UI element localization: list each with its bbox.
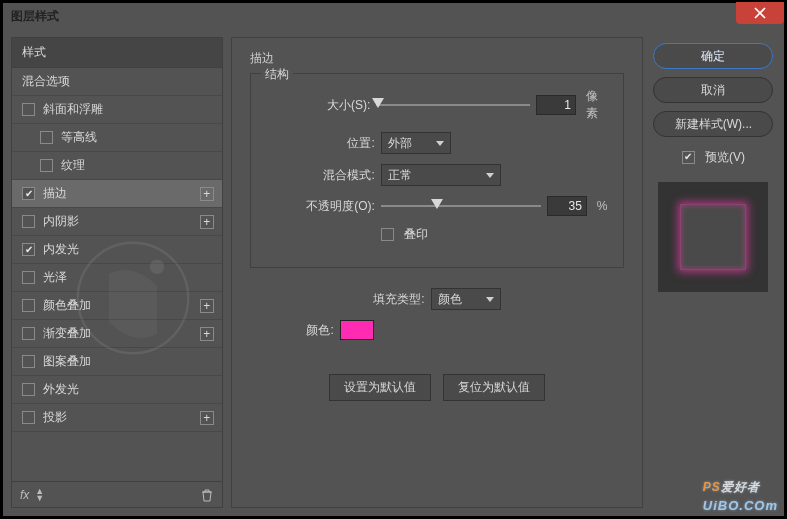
size-input[interactable] bbox=[536, 95, 576, 115]
style-label: 纹理 bbox=[61, 157, 212, 174]
style-row[interactable]: 等高线 bbox=[12, 124, 222, 152]
style-checkbox[interactable] bbox=[22, 327, 35, 340]
structure-legend: 结构 bbox=[261, 66, 293, 83]
style-checkbox[interactable] bbox=[22, 215, 35, 228]
style-checkbox[interactable] bbox=[22, 355, 35, 368]
cancel-button[interactable]: 取消 bbox=[653, 77, 773, 103]
style-row[interactable]: 图案叠加 bbox=[12, 348, 222, 376]
position-label: 位置: bbox=[265, 135, 375, 152]
blend-mode-select[interactable]: 正常 bbox=[381, 164, 501, 186]
style-checkbox[interactable] bbox=[22, 103, 35, 116]
settings-panel: 描边 结构 大小(S): 像素 位置: 外部 bbox=[231, 37, 643, 508]
overprint-checkbox[interactable] bbox=[381, 228, 394, 241]
style-label: 投影 bbox=[43, 409, 212, 426]
add-effect-icon[interactable]: + bbox=[200, 215, 214, 229]
section-title: 描边 bbox=[250, 50, 624, 67]
position-value: 外部 bbox=[388, 135, 412, 152]
opacity-unit: % bbox=[597, 199, 608, 213]
close-button[interactable] bbox=[736, 2, 784, 24]
add-effect-icon[interactable]: + bbox=[200, 187, 214, 201]
titlebar: 图层样式 bbox=[3, 3, 784, 29]
styles-list-panel: 样式 混合选项 斜面和浮雕等高线纹理描边+内阴影+内发光光泽颜色叠加+渐变叠加+… bbox=[11, 37, 223, 508]
style-label: 等高线 bbox=[61, 129, 212, 146]
style-label: 外发光 bbox=[43, 381, 212, 398]
right-panel: 确定 取消 新建样式(W)... ✔ 预览(V) bbox=[651, 37, 776, 508]
style-label: 斜面和浮雕 bbox=[43, 101, 212, 118]
style-label: 内发光 bbox=[43, 241, 212, 258]
position-select[interactable]: 外部 bbox=[381, 132, 451, 154]
style-row[interactable]: 内阴影+ bbox=[12, 208, 222, 236]
fill-type-select[interactable]: 颜色 bbox=[431, 288, 501, 310]
size-slider[interactable] bbox=[376, 97, 529, 113]
blend-mode-value: 正常 bbox=[388, 167, 412, 184]
fill-group: 填充类型: 颜色 颜色: bbox=[250, 284, 624, 354]
overprint-label: 叠印 bbox=[404, 226, 428, 243]
add-effect-icon[interactable]: + bbox=[200, 299, 214, 313]
add-effect-icon[interactable]: + bbox=[200, 411, 214, 425]
opacity-slider[interactable] bbox=[381, 198, 541, 214]
opacity-input[interactable] bbox=[547, 196, 587, 216]
blend-mode-label: 混合模式: bbox=[265, 167, 375, 184]
size-unit: 像素 bbox=[586, 88, 609, 122]
trash-icon[interactable] bbox=[200, 488, 214, 502]
new-style-button[interactable]: 新建样式(W)... bbox=[653, 111, 773, 137]
style-checkbox[interactable] bbox=[22, 383, 35, 396]
opacity-label: 不透明度(O): bbox=[265, 198, 375, 215]
style-checkbox[interactable] bbox=[22, 411, 35, 424]
dialog-title: 图层样式 bbox=[11, 8, 59, 25]
style-row[interactable]: 描边+ bbox=[12, 180, 222, 208]
style-checkbox[interactable] bbox=[22, 299, 35, 312]
blending-options-row[interactable]: 混合选项 bbox=[12, 68, 222, 96]
style-label: 光泽 bbox=[43, 269, 212, 286]
style-row[interactable]: 颜色叠加+ bbox=[12, 292, 222, 320]
style-checkbox[interactable] bbox=[22, 187, 35, 200]
preview-thumbnail bbox=[658, 182, 768, 292]
color-swatch[interactable] bbox=[340, 320, 374, 340]
preview-checkbox[interactable]: ✔ bbox=[682, 151, 695, 164]
styles-header[interactable]: 样式 bbox=[12, 38, 222, 68]
style-checkbox[interactable] bbox=[40, 159, 53, 172]
style-checkbox[interactable] bbox=[40, 131, 53, 144]
structure-group: 结构 大小(S): 像素 位置: 外部 bbox=[250, 73, 624, 268]
style-label: 渐变叠加 bbox=[43, 325, 212, 342]
style-row[interactable]: 投影+ bbox=[12, 404, 222, 432]
style-row[interactable]: 渐变叠加+ bbox=[12, 320, 222, 348]
style-row[interactable]: 纹理 bbox=[12, 152, 222, 180]
preview-label: 预览(V) bbox=[705, 149, 745, 166]
size-label: 大小(S): bbox=[265, 97, 371, 114]
add-effect-icon[interactable]: + bbox=[200, 327, 214, 341]
style-label: 内阴影 bbox=[43, 213, 212, 230]
ok-button[interactable]: 确定 bbox=[653, 43, 773, 69]
style-checkbox[interactable] bbox=[22, 243, 35, 256]
fx-icon[interactable]: fx bbox=[20, 488, 29, 502]
preview-inner bbox=[680, 204, 746, 270]
styles-footer: fx ▲▼ bbox=[11, 482, 223, 508]
chevron-down-icon bbox=[436, 141, 444, 146]
style-label: 图案叠加 bbox=[43, 353, 212, 370]
style-label: 描边 bbox=[43, 185, 212, 202]
fx-menu-icon[interactable]: ▲▼ bbox=[35, 488, 44, 502]
chevron-down-icon bbox=[486, 297, 494, 302]
style-label: 颜色叠加 bbox=[43, 297, 212, 314]
reset-default-button[interactable]: 复位为默认值 bbox=[443, 374, 545, 401]
fill-type-label: 填充类型: bbox=[373, 291, 424, 308]
style-row[interactable]: 内发光 bbox=[12, 236, 222, 264]
style-row[interactable]: 斜面和浮雕 bbox=[12, 96, 222, 124]
blending-options-label: 混合选项 bbox=[22, 73, 212, 90]
color-label: 颜色: bbox=[264, 322, 334, 339]
fill-type-value: 颜色 bbox=[438, 291, 462, 308]
style-row[interactable]: 外发光 bbox=[12, 376, 222, 404]
style-row[interactable]: 光泽 bbox=[12, 264, 222, 292]
chevron-down-icon bbox=[486, 173, 494, 178]
style-checkbox[interactable] bbox=[22, 271, 35, 284]
close-icon bbox=[754, 7, 766, 19]
set-default-button[interactable]: 设置为默认值 bbox=[329, 374, 431, 401]
